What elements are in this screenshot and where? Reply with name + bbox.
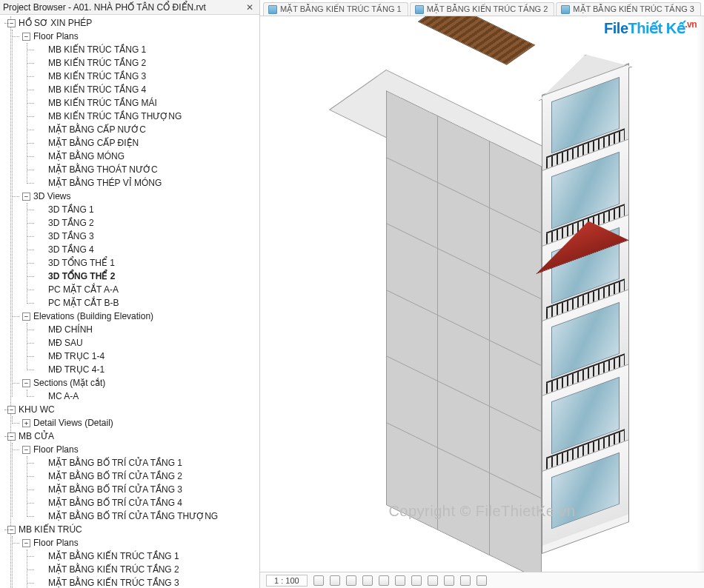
view-tab[interactable]: MẶT BẰNG KIẾN TRÚC TẦNG 1 <box>263 2 408 16</box>
tree-branch[interactable]: −Floor Plans <box>21 536 259 549</box>
tree-branch[interactable]: −Floor Plans <box>21 30 259 43</box>
sun-path-icon[interactable] <box>346 575 356 586</box>
collapse-icon[interactable]: − <box>7 432 16 441</box>
tree-item[interactable]: MẶT BẰNG BỐ TRÍ CỬA TẦNG 3 <box>36 483 259 496</box>
tree-leaf-marker <box>37 552 45 561</box>
tree-item[interactable]: MB KIẾN TRÚC TẦNG MÁI <box>36 96 259 110</box>
tree-item[interactable]: MĐ TRỤC 1-4 <box>36 350 259 363</box>
tree-item-label: MB KIẾN TRÚC TẦNG 1 <box>48 43 146 56</box>
tree-leaf-marker <box>37 153 45 161</box>
tree-item[interactable]: MẶT BẰNG THOÁT NƯỚC <box>36 163 259 176</box>
building-3d-model <box>386 50 638 524</box>
tree-leaf-marker <box>37 339 45 347</box>
view-tab[interactable]: MẶT BẰNG KIẾN TRÚC TẦNG 3 <box>556 2 701 16</box>
tree-item-label: MB KIẾN TRÚC <box>19 523 82 536</box>
tree-leaf-marker <box>37 126 45 134</box>
close-icon[interactable]: ✕ <box>243 2 256 13</box>
tree-item[interactable]: MB KIẾN TRÚC TẦNG THƯỢNG <box>36 110 259 123</box>
tree-item-label: 3D TẦNG 3 <box>48 230 94 243</box>
project-tree[interactable]: −HỒ SƠ XIN PHÉP−Floor PlansMB KIẾN TRÚC … <box>0 15 259 588</box>
tree-item-label: MẶT BẰNG KIẾN TRÚC TẦNG 1 <box>48 549 179 563</box>
tree-item[interactable]: MĐ CHÍNH <box>36 323 259 336</box>
rendering-icon[interactable] <box>379 575 389 586</box>
tree-item[interactable]: MB KIẾN TRÚC TẦNG 4 <box>36 83 259 96</box>
brand-logo: FileThiết Kế.vn <box>604 19 697 37</box>
view-tab[interactable]: MẶT BẰNG KIẾN TRÚC TẦNG 2 <box>410 2 555 16</box>
tree-item-label: 3D TỔNG THỂ 2 <box>48 270 115 283</box>
tree-item[interactable]: MẶT BẰNG MÓNG <box>36 150 259 163</box>
collapse-icon[interactable]: − <box>22 313 30 321</box>
tree-item[interactable]: MẶT BẰNG CẤP NƯỚC <box>36 123 259 136</box>
collapse-icon[interactable]: − <box>22 33 30 41</box>
tree-item[interactable]: PC MẶT CẮT A-A <box>36 283 259 296</box>
tree-item[interactable]: MẶT BẰNG BỐ TRÍ CỬA TẦNG 1 <box>36 456 259 470</box>
collapse-icon[interactable]: − <box>7 526 16 534</box>
collapse-icon[interactable]: − <box>22 446 30 454</box>
tree-item[interactable]: MẶT BẰNG BỐ TRÍ CỬA TẦNG THƯỢNG <box>36 510 259 523</box>
tree-item-label: 3D TỔNG THỂ 1 <box>48 256 115 270</box>
collapse-icon[interactable]: − <box>7 19 16 27</box>
collapse-icon[interactable]: − <box>22 193 30 201</box>
tree-item[interactable]: MC A-A <box>36 390 259 403</box>
tree-item[interactable]: 3D TỔNG THỂ 2 <box>36 270 259 283</box>
tree-leaf-marker <box>37 286 45 294</box>
brand-part-a: File <box>604 20 628 36</box>
reveal-hidden-icon[interactable] <box>460 575 471 586</box>
tree-item[interactable]: MĐ SAU <box>36 336 259 350</box>
tree-branch[interactable]: −MB KIẾN TRÚC <box>6 523 259 536</box>
panel-title: Project Browser - A01. NHÀ PHỐ TÂN CỔ ĐI… <box>3 2 206 13</box>
tree-item[interactable]: MẶT BẰNG KIẾN TRÚC TẦNG 2 <box>36 563 259 576</box>
tree-item-label: MẶT BẰNG CẤP ĐIỆN <box>48 136 139 150</box>
tree-item[interactable]: MẶT BẰNG THÉP VỈ MÓNG <box>36 176 259 190</box>
tree-item-label: MĐ CHÍNH <box>48 323 93 336</box>
worksharing-icon[interactable] <box>476 575 487 586</box>
view-tabs: MẶT BẰNG KIẾN TRÚC TẦNG 1MẶT BẰNG KIẾN T… <box>260 0 704 16</box>
tree-item[interactable]: MẶT BẰNG CẤP ĐIỆN <box>36 136 259 150</box>
tree-branch[interactable]: −HỒ SƠ XIN PHÉP <box>6 16 259 30</box>
collapse-icon[interactable]: − <box>22 539 30 547</box>
visual-style-icon[interactable] <box>330 575 340 586</box>
collapse-icon[interactable]: − <box>22 379 30 387</box>
view-tab-icon <box>561 5 570 14</box>
tree-item-label: MẶT BẰNG KIẾN TRÚC TẦNG 3 <box>48 576 179 588</box>
crop-view-icon[interactable] <box>395 575 405 586</box>
tree-item[interactable]: MĐ TRỤC 4-1 <box>36 363 259 376</box>
collapse-icon[interactable]: − <box>7 406 16 414</box>
project-browser-panel: Project Browser - A01. NHÀ PHỐ TÂN CỔ ĐI… <box>0 0 260 588</box>
tree-item[interactable]: 3D TỔNG THỂ 1 <box>36 256 259 270</box>
view-control-bar: 1 : 100 <box>260 572 704 588</box>
tree-leaf-marker <box>37 99 45 107</box>
scale-selector[interactable]: 1 : 100 <box>266 575 308 587</box>
tree-item[interactable]: 3D TẦNG 1 <box>36 203 259 216</box>
tree-item-label: Floor Plans <box>33 536 79 549</box>
tree-item[interactable]: MB KIẾN TRÚC TẦNG 2 <box>36 56 259 70</box>
tree-item-label: MẶT BẰNG KIẾN TRÚC TẦNG 2 <box>48 563 179 576</box>
viewport-3d[interactable]: FileThiết Kế.vn <box>260 16 704 572</box>
tree-item[interactable]: MẶT BẰNG BỐ TRÍ CỬA TẦNG 4 <box>36 496 259 510</box>
temporary-hide-icon[interactable] <box>444 575 454 586</box>
tree-branch[interactable]: −3D Views <box>21 190 259 203</box>
detail-level-icon[interactable] <box>313 575 324 586</box>
tree-leaf-marker <box>37 113 45 121</box>
tree-item[interactable]: MB KIẾN TRÚC TẦNG 1 <box>36 43 259 56</box>
tree-item[interactable]: MẶT BẰNG BỐ TRÍ CỬA TẦNG 2 <box>36 470 259 483</box>
tree-item[interactable]: MẶT BẰNG KIẾN TRÚC TẦNG 3 <box>36 576 259 588</box>
tree-item[interactable]: MB KIẾN TRÚC TẦNG 3 <box>36 70 259 83</box>
crop-region-icon[interactable] <box>411 575 422 586</box>
tree-branch[interactable]: +Detail Views (Detail) <box>21 416 259 430</box>
tree-branch[interactable]: −Sections (Mặt cắt) <box>21 376 259 390</box>
tree-branch[interactable]: −Floor Plans <box>21 443 259 456</box>
tree-branch[interactable]: −KHU WC <box>6 403 259 416</box>
tree-item[interactable]: 3D TẦNG 4 <box>36 243 259 256</box>
tree-item[interactable]: PC MẶT CẮT B-B <box>36 296 259 310</box>
tree-item[interactable]: 3D TẦNG 3 <box>36 230 259 243</box>
lock-3d-icon[interactable] <box>428 575 438 586</box>
tree-item[interactable]: 3D TẦNG 2 <box>36 216 259 230</box>
tree-branch[interactable]: −MB CỬA <box>6 430 259 443</box>
tree-item-label: 3D TẦNG 1 <box>48 203 94 216</box>
tree-leaf-marker <box>37 259 45 267</box>
expand-icon[interactable]: + <box>22 419 30 427</box>
tree-branch[interactable]: −Elevations (Building Elevation) <box>21 310 259 323</box>
shadows-icon[interactable] <box>362 575 373 586</box>
tree-item[interactable]: MẶT BẰNG KIẾN TRÚC TẦNG 1 <box>36 549 259 563</box>
